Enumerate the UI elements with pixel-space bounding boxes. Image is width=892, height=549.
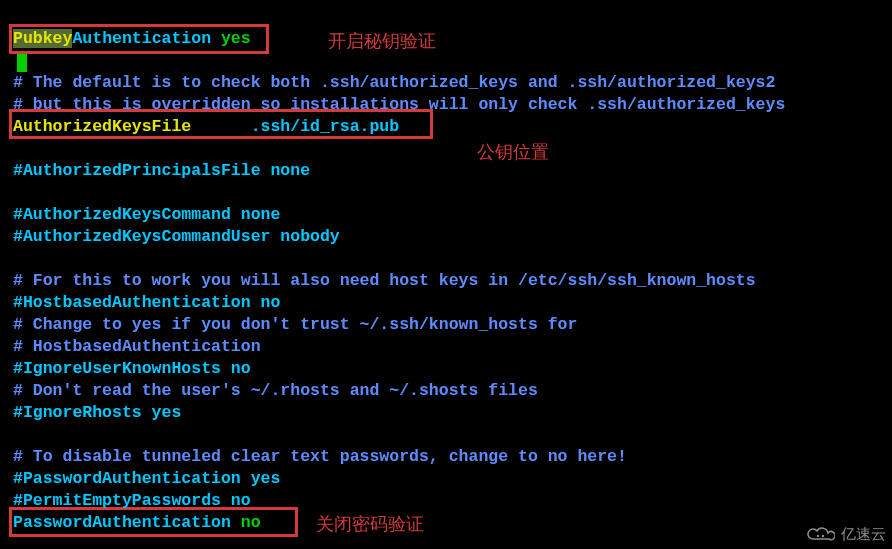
line-hostbasedauth: #HostbasedAuthentication no [13,292,785,314]
line-ignoreuserknown: #IgnoreUserKnownHosts no [13,358,785,380]
line-comment-default2: # but this is overridden so installation… [13,94,785,116]
line-comment-rhosts: # Don't read the user's ~/.rhosts and ~/… [13,380,785,402]
svg-point-1 [822,535,824,537]
line-comment-tunneled: # To disable tunneled clear text passwor… [13,446,785,468]
line-authorizedprincipals: #AuthorizedPrincipalsFile none [13,160,785,182]
line-cursor [13,50,785,72]
line-comment-default1: # The default is to check both .ssh/auth… [13,72,785,94]
terminal-editor[interactable]: 开启秘钥验证 公钥位置 关闭密码验证 PubkeyAuthentication … [0,0,892,549]
line-pubkeyauth: PubkeyAuthentication yes [13,28,785,50]
line-comment-changeyes: # Change to yes if you don't trust ~/.ss… [13,314,785,336]
config-text-block: PubkeyAuthentication yes # The default i… [13,6,785,534]
svg-point-0 [817,535,819,537]
line-passwordauth: PasswordAuthentication no [13,512,785,534]
watermark: 亿速云 [805,523,886,545]
cursor [17,54,27,72]
line-authkeyscommand: #AuthorizedKeysCommand none [13,204,785,226]
line-passwordauth-comment: #PasswordAuthentication yes [13,468,785,490]
cloud-icon [805,525,835,543]
line-permitempty: #PermitEmptyPasswords no [13,490,785,512]
line-ignorerhosts: #IgnoreRhosts yes [13,402,785,424]
line-comment-hostkeys: # For this to work you will also need ho… [13,270,785,292]
line-comment-hostbased: # HostbasedAuthentication [13,336,785,358]
watermark-text: 亿速云 [841,523,886,545]
line-authorizedkeysfile: AuthorizedKeysFile .ssh/id_rsa.pub [13,116,785,138]
line-authkeyscommanduser: #AuthorizedKeysCommandUser nobody [13,226,785,248]
